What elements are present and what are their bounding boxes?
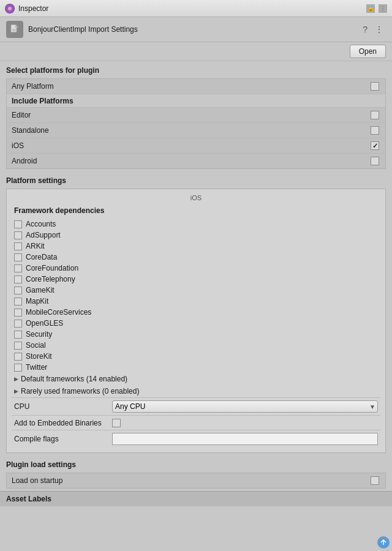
platform-settings-box: iOS Framework dependencies Accounts AdSu…: [6, 189, 386, 453]
fw-label-corefoundation: CoreFoundation: [26, 264, 78, 272]
fw-label-gamekit: GameKit: [26, 286, 55, 294]
import-settings-header: BonjourClientImpl Import Settings ? ⋮: [0, 17, 392, 42]
fw-checkbox-arkit[interactable]: [14, 242, 22, 250]
open-button[interactable]: Open: [350, 45, 386, 58]
editor-checkbox-cell: [369, 110, 380, 121]
ios-label: iOS: [12, 141, 369, 150]
fw-label-accounts: Accounts: [26, 220, 56, 228]
embedded-binaries-row: Add to Embedded Binaries: [12, 415, 380, 430]
fw-checkbox-coretelephony[interactable]: [14, 276, 22, 283]
embedded-binaries-value: [112, 419, 378, 427]
platform-table: Any Platform Include Platforms Editor St…: [6, 78, 386, 169]
asset-labels-label: Asset Labels: [6, 495, 51, 503]
standalone-checkbox[interactable]: [371, 126, 379, 135]
fw-item-opengles: OpenGLES: [12, 318, 380, 329]
fw-item-gamekit: GameKit: [12, 285, 380, 296]
help-button[interactable]: ?: [360, 23, 370, 36]
fw-checkbox-storekit[interactable]: [14, 353, 22, 361]
fw-label-opengles: OpenGLES: [26, 319, 63, 328]
fw-item-social: Social: [12, 340, 380, 351]
embedded-binaries-checkbox[interactable]: [112, 419, 121, 427]
header-actions: ? ⋮: [360, 23, 386, 36]
fw-label-coretelephony: CoreTelephony: [26, 275, 75, 283]
fw-item-mapkit: MapKit: [12, 296, 380, 307]
plugin-load-section: Plugin load settings Load on startup: [0, 455, 392, 491]
any-platform-checkbox-cell: [369, 81, 380, 92]
fw-label-security: Security: [26, 330, 52, 339]
fw-checkbox-coredata[interactable]: [14, 253, 22, 261]
fw-checkbox-opengles[interactable]: [14, 320, 22, 328]
svg-point-1: [8, 7, 12, 10]
fw-item-storekit: StoreKit: [12, 351, 380, 362]
editor-checkbox[interactable]: [371, 111, 379, 119]
android-checkbox[interactable]: [371, 157, 379, 165]
any-platform-label: Any Platform: [12, 82, 369, 91]
window-title: Inspector: [18, 4, 48, 13]
default-frameworks-row[interactable]: ▶ Default frameworks (14 enabled): [12, 373, 380, 385]
lock-button[interactable]: 🔒: [366, 4, 375, 13]
fw-item-twitter: Twitter: [12, 362, 380, 373]
platform-row-editor: Editor: [7, 108, 385, 123]
platform-row-standalone: Standalone: [7, 123, 385, 138]
any-platform-checkbox[interactable]: [371, 82, 379, 91]
fw-checkbox-corefoundation[interactable]: [14, 264, 22, 272]
compile-flags-input[interactable]: [112, 433, 378, 445]
file-icon: [6, 21, 23, 38]
ios-checkbox-cell: [369, 140, 380, 151]
fw-item-corefoundation: CoreFoundation: [12, 263, 380, 274]
fw-item-security: Security: [12, 329, 380, 340]
fw-checkbox-security[interactable]: [14, 331, 22, 339]
platform-row-ios: iOS: [7, 138, 385, 154]
load-on-startup-checkbox-cell: [369, 475, 380, 486]
load-on-startup-checkbox[interactable]: [371, 476, 379, 485]
fw-item-adsupport: AdSupport: [12, 230, 380, 241]
fw-item-coretelephony: CoreTelephony: [12, 274, 380, 285]
fw-label-twitter: Twitter: [26, 363, 47, 372]
title-bar: Inspector 🔒 ⋮: [0, 0, 392, 17]
fw-checkbox-mapkit[interactable]: [14, 298, 22, 305]
compile-flags-label: Compile flags: [14, 435, 112, 443]
fw-checkbox-gamekit[interactable]: [14, 287, 22, 294]
fw-label-mapkit: MapKit: [26, 297, 48, 305]
standalone-checkbox-cell: [369, 125, 380, 136]
ios-platform-label: iOS: [12, 194, 380, 201]
asset-labels-footer: Asset Labels: [0, 491, 392, 506]
plugin-load-table: Load on startup: [6, 473, 386, 489]
fw-checkbox-adsupport[interactable]: [14, 231, 22, 239]
fw-item-accounts: Accounts: [12, 219, 380, 230]
rarely-used-frameworks-row[interactable]: ▶ Rarely used frameworks (0 enabled): [12, 385, 380, 397]
standalone-label: Standalone: [12, 126, 369, 135]
compile-flags-row: Compile flags: [12, 430, 380, 448]
fw-label-storekit: StoreKit: [26, 352, 52, 361]
fw-checkbox-social[interactable]: [14, 342, 22, 350]
platform-row-android: Android: [7, 154, 385, 168]
cpu-label: CPU: [14, 402, 112, 411]
corner-btn[interactable]: [377, 536, 390, 549]
cpu-select[interactable]: Any CPU ARM64 ARMv7 x86 x86_64: [112, 400, 378, 413]
svg-rect-5: [12, 31, 15, 31]
default-frameworks-triangle: ▶: [14, 376, 18, 382]
select-platforms-title: Select platforms for plugin: [6, 66, 386, 75]
fw-checkbox-twitter[interactable]: [14, 364, 22, 372]
fw-label-arkit: ARKit: [26, 242, 45, 250]
load-on-startup-row: Load on startup: [7, 473, 385, 488]
cpu-row: CPU Any CPU ARM64 ARMv7 x86 x86_64 ▼: [12, 397, 380, 415]
fw-item-mobilecoreservices: MobileCoreServices: [12, 307, 380, 318]
plugin-load-title: Plugin load settings: [6, 460, 386, 469]
compile-flags-value: [112, 433, 378, 445]
framework-deps-title: Framework dependencies: [14, 206, 380, 215]
more-button[interactable]: ⋮: [379, 4, 387, 13]
include-platforms-label: Include Platforms: [12, 97, 380, 105]
ios-checkbox[interactable]: [371, 141, 379, 150]
fw-label-coredata: CoreData: [26, 253, 57, 261]
default-frameworks-label: Default frameworks (14 enabled): [21, 375, 127, 383]
android-label: Android: [12, 157, 369, 165]
platform-settings-section: Platform settings iOS Framework dependen…: [0, 171, 392, 455]
embedded-binaries-label: Add to Embedded Binaries: [14, 419, 112, 427]
open-btn-row: Open: [0, 42, 392, 61]
menu-button[interactable]: ⋮: [372, 23, 386, 36]
fw-checkbox-mobilecoreservices[interactable]: [14, 309, 22, 317]
fw-label-adsupport: AdSupport: [26, 231, 61, 239]
fw-checkbox-accounts[interactable]: [14, 220, 22, 228]
android-checkbox-cell: [369, 156, 380, 167]
